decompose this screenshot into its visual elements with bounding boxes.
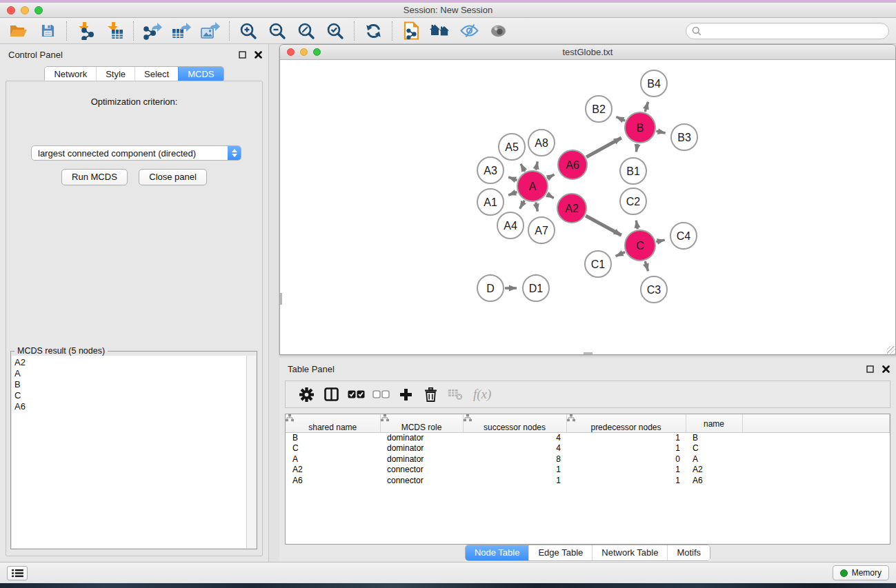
tab-motifs[interactable]: Motifs: [667, 545, 710, 560]
search-input[interactable]: [686, 23, 889, 39]
column-header-shared-name[interactable]: shared name: [286, 414, 380, 432]
cell-filler: [742, 476, 890, 487]
import-table-file-button[interactable]: [103, 20, 126, 42]
zoom-out-button[interactable]: [266, 20, 289, 42]
table-panel-title: Table Panel: [288, 364, 335, 374]
table-row[interactable]: Cdominator41C: [286, 443, 890, 454]
tab-select[interactable]: Select: [135, 67, 178, 82]
float-table-panel-button[interactable]: [865, 364, 875, 374]
tab-style[interactable]: Style: [96, 67, 135, 82]
network-canvas[interactable]: AA1A2A3A4A5A6A7A8BB1B2B3B4CC1C2C3C4DD1: [280, 60, 895, 354]
refresh-view-button[interactable]: [361, 20, 385, 42]
result-list-item[interactable]: C: [14, 390, 246, 401]
show-column-panel-button[interactable]: [319, 383, 344, 406]
table-row[interactable]: A6connector11A6: [286, 476, 890, 487]
table-row[interactable]: A2connector11A2: [286, 465, 890, 476]
show-task-history-button[interactable]: [7, 566, 28, 580]
edge-A-A1[interactable]: [508, 192, 517, 196]
table-panel-header: Table Panel: [279, 358, 896, 379]
edge-A2-C[interactable]: [586, 216, 621, 235]
export-table-button[interactable]: [170, 20, 193, 42]
zoom-selected-button[interactable]: [323, 20, 347, 42]
function-builder-button[interactable]: f(x): [473, 387, 491, 402]
edge-A6-B[interactable]: [586, 138, 621, 157]
close-panel-button[interactable]: [253, 50, 263, 59]
node-label-D1: D1: [529, 283, 544, 294]
edge-B-B3[interactable]: [656, 131, 665, 133]
edge-C-C1[interactable]: [616, 252, 626, 256]
edge-A-A2[interactable]: [547, 194, 554, 199]
network-horizontal-scrollbar[interactable]: [584, 352, 593, 354]
tab-mcds[interactable]: MCDS: [178, 67, 223, 82]
float-panel-button[interactable]: [237, 50, 247, 59]
table-options-button[interactable]: [294, 383, 319, 406]
edge-A-A3[interactable]: [508, 177, 517, 181]
network-view-window: testGlobe.txt AA1A2A3A4A5A6A7A8BB1B2B3B4…: [279, 44, 896, 355]
cell-mcds-role: dominator: [380, 454, 463, 465]
export-table-icon: [172, 22, 191, 40]
mcds-result-list[interactable]: A2ABCA6: [12, 356, 246, 548]
node-label-C2: C2: [626, 196, 641, 207]
hide-graphics-details-button[interactable]: [457, 20, 481, 42]
select-all-columns-button[interactable]: [344, 383, 368, 406]
close-panel-action-button[interactable]: Close panel: [139, 169, 207, 185]
column-header-successor-nodes[interactable]: successor nodes: [463, 414, 566, 432]
node-label-A: A: [529, 181, 537, 192]
tab-edge-table[interactable]: Edge Table: [528, 545, 592, 560]
toolbar-separator: [133, 21, 134, 41]
zoom-fit-button[interactable]: [295, 20, 318, 42]
toolbar-separator: [354, 21, 355, 41]
cell-name: A: [686, 454, 742, 465]
memory-status-button[interactable]: Memory: [833, 565, 889, 580]
show-home-networks-button[interactable]: [428, 20, 452, 42]
criterion-dropdown[interactable]: largest connected component (directed): [31, 145, 241, 161]
edge-A-A6[interactable]: [547, 174, 554, 179]
tab-network-table[interactable]: Network Table: [592, 545, 667, 560]
edge-A-A8[interactable]: [536, 161, 537, 170]
open-session-button[interactable]: [7, 20, 30, 42]
result-list-item[interactable]: A2: [14, 357, 246, 368]
edge-A-A7[interactable]: [536, 203, 538, 212]
result-list-scrollbar[interactable]: [246, 356, 256, 548]
show-graphics-details-button[interactable]: [486, 20, 510, 42]
cell-name: A2: [686, 465, 742, 476]
unselect-all-columns-button[interactable]: [368, 383, 393, 406]
import-network-file-button[interactable]: [74, 20, 97, 42]
main-area: Control Panel NetworkStyleSelectMCDS Opt…: [0, 44, 896, 562]
result-list-item[interactable]: B: [14, 379, 246, 390]
new-network-from-file-button[interactable]: [399, 20, 423, 42]
attribute-tree-icon: [381, 414, 389, 422]
table-header-row: shared nameMCDS rolesuccessor nodesprede…: [286, 414, 890, 432]
delete-columns-button[interactable]: [418, 383, 443, 406]
column-header-mcds-role[interactable]: MCDS role: [380, 414, 463, 432]
edge-A-A4[interactable]: [520, 201, 525, 209]
result-list-item[interactable]: A6: [14, 401, 246, 412]
close-table-panel-button[interactable]: [881, 364, 890, 374]
result-list-item[interactable]: A: [14, 368, 246, 379]
cell-predecessor-nodes: 1: [566, 443, 686, 454]
edge-C-C2[interactable]: [636, 221, 637, 230]
table-row[interactable]: Bdominator41B: [286, 432, 890, 443]
edge-B-B1[interactable]: [636, 144, 637, 152]
edge-B-B2[interactable]: [617, 117, 626, 121]
edge-C-C3[interactable]: [645, 261, 648, 271]
save-session-button[interactable]: [36, 20, 59, 42]
column-header-name[interactable]: name: [686, 414, 742, 432]
table-row[interactable]: Adominator80A: [286, 454, 890, 465]
edge-B-B4[interactable]: [645, 102, 648, 112]
edge-C-C4[interactable]: [656, 240, 664, 242]
export-image-button[interactable]: [199, 20, 222, 42]
column-header-predecessor-nodes[interactable]: predecessor nodes: [566, 414, 686, 432]
attribute-tree-icon: [567, 414, 575, 422]
run-mcds-button[interactable]: Run MCDS: [61, 169, 128, 185]
window-resize-grip[interactable]: [887, 346, 895, 354]
zoom-in-button[interactable]: [237, 20, 260, 42]
delete-table-button[interactable]: [443, 383, 468, 406]
network-vertical-scrollbar[interactable]: [280, 293, 282, 305]
add-column-button[interactable]: [393, 383, 418, 406]
tab-network[interactable]: Network: [45, 67, 96, 82]
export-network-button[interactable]: [141, 20, 164, 42]
tab-node-table[interactable]: Node Table: [466, 545, 529, 560]
zoom-in-icon: [239, 22, 257, 40]
edge-A-A5[interactable]: [521, 164, 525, 172]
